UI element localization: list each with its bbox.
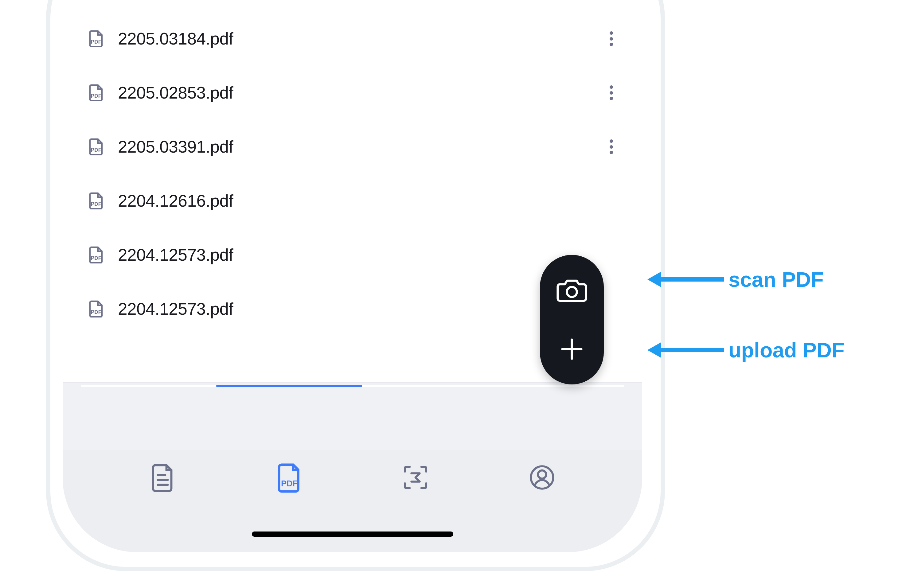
file-name: 2205.03184.pdf — [107, 29, 602, 48]
svg-text:PDF: PDF — [91, 309, 101, 315]
file-name: 2205.03391.pdf — [107, 137, 602, 156]
phone-screen: PDF Untitled.pdf PDF — [63, 0, 642, 552]
nav-tab-notes[interactable] — [147, 462, 178, 493]
scan-pdf-button[interactable] — [556, 275, 587, 305]
annotation-upload-pdf: upload PDF — [647, 336, 844, 364]
file-more-button[interactable] — [602, 302, 621, 316]
file-row[interactable]: PDF 2205.03184.pdf — [81, 12, 624, 66]
file-more-button[interactable] — [602, 139, 621, 154]
svg-text:PDF: PDF — [91, 147, 101, 153]
nav-tab-pdf[interactable]: PDF — [274, 462, 305, 493]
pdf-file-icon: PDF — [85, 138, 107, 155]
svg-marker-12 — [647, 272, 661, 287]
file-row[interactable]: PDF 2204.12616.pdf — [81, 174, 624, 228]
file-row[interactable]: PDF 2205.02853.pdf — [81, 66, 624, 120]
more-vertical-icon — [610, 85, 613, 100]
svg-text:PDF: PDF — [91, 93, 101, 99]
file-more-button[interactable] — [602, 31, 621, 46]
file-row[interactable]: PDF 2205.03391.pdf — [81, 120, 624, 174]
svg-marker-14 — [647, 342, 661, 358]
arrow-left-icon — [647, 336, 727, 364]
floating-action-menu — [540, 255, 604, 385]
file-more-button[interactable] — [602, 194, 621, 208]
more-vertical-icon — [610, 31, 613, 46]
pdf-file-icon: PDF — [85, 246, 107, 263]
file-name: 2204.12573.pdf — [107, 245, 602, 265]
bottom-nav: PDF — [63, 450, 642, 552]
content-nav-gap — [63, 382, 642, 450]
svg-text:PDF: PDF — [281, 479, 298, 488]
pdf-file-icon: PDF — [85, 300, 107, 317]
camera-icon — [556, 276, 587, 304]
file-row[interactable]: PDF Untitled.pdf — [81, 0, 624, 12]
annotation-scan-pdf: scan PDF — [647, 266, 824, 293]
file-name: 2204.12573.pdf — [107, 299, 602, 319]
annotation-label: upload PDF — [728, 338, 844, 362]
nav-tab-scan[interactable] — [400, 462, 431, 493]
svg-text:PDF: PDF — [91, 39, 101, 45]
pdf-file-icon: PDF — [276, 462, 303, 493]
scan-math-icon — [401, 463, 430, 492]
svg-text:PDF: PDF — [91, 201, 101, 207]
arrow-left-icon — [647, 266, 727, 293]
svg-point-10 — [567, 287, 577, 297]
profile-icon — [528, 463, 556, 492]
pdf-file-icon: PDF — [85, 30, 107, 47]
nav-tab-profile[interactable] — [527, 462, 557, 493]
file-name: 2204.12616.pdf — [107, 191, 602, 211]
upload-pdf-button[interactable] — [556, 334, 587, 364]
active-tab-underline — [216, 385, 362, 387]
home-indicator — [252, 532, 453, 537]
more-vertical-icon — [610, 139, 613, 154]
annotation-label: scan PDF — [728, 267, 824, 291]
phone-frame: PDF Untitled.pdf PDF — [46, 0, 665, 571]
file-more-button[interactable] — [602, 85, 621, 100]
file-name: 2205.02853.pdf — [107, 83, 602, 103]
pdf-file-icon: PDF — [85, 84, 107, 101]
svg-point-9 — [538, 471, 547, 479]
file-more-button[interactable] — [602, 247, 621, 262]
document-icon — [150, 463, 175, 492]
svg-text:PDF: PDF — [91, 255, 101, 261]
tab-indicator-strip — [81, 385, 624, 387]
plus-icon — [558, 335, 586, 363]
pdf-file-icon: PDF — [85, 192, 107, 210]
